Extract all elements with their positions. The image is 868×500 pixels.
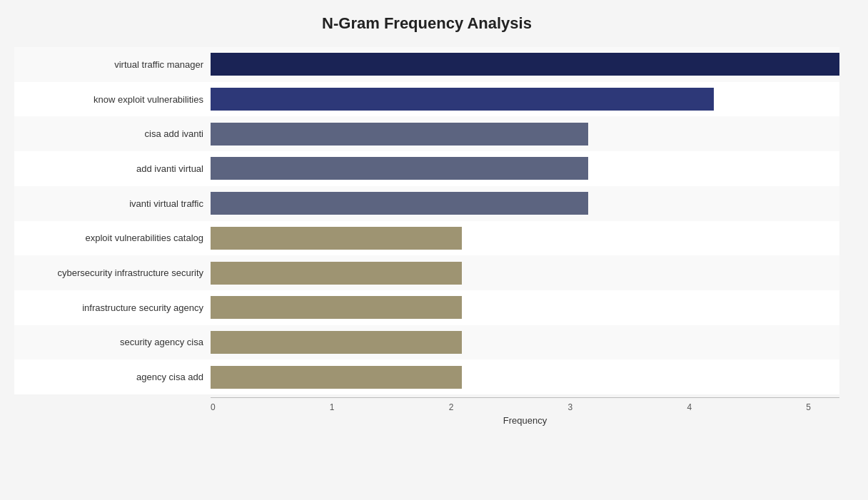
bar-label: infrastructure security agency xyxy=(14,302,211,313)
bar-label: security agency cisa xyxy=(14,337,211,347)
bar-track xyxy=(211,88,839,111)
bar-fill xyxy=(211,331,462,354)
bar-track xyxy=(211,53,839,76)
x-tick: 3 xyxy=(568,402,573,412)
x-tick: 1 xyxy=(330,402,335,412)
bar-track xyxy=(211,123,839,146)
bar-row: exploit vulnerabilities catalog xyxy=(14,221,839,256)
bar-row: ivanti virtual traffic xyxy=(14,186,839,221)
x-tick: 0 xyxy=(211,402,216,412)
bar-row: security agency cisa xyxy=(14,325,839,360)
bar-fill xyxy=(211,192,588,215)
bar-track xyxy=(211,331,839,354)
x-tick: 2 xyxy=(449,402,454,412)
bar-label: agency cisa add xyxy=(14,372,211,382)
x-axis-label: Frequency xyxy=(211,415,839,426)
bar-label: virtual traffic manager xyxy=(14,59,211,70)
bar-row: infrastructure security agency xyxy=(14,290,839,325)
bar-track xyxy=(211,227,839,250)
x-tick: 5 xyxy=(806,402,811,412)
bar-track xyxy=(211,262,839,285)
bar-fill xyxy=(211,296,462,319)
chart-container: N-Gram Frequency Analysis virtual traffi… xyxy=(0,0,868,500)
bar-row: cisa add ivanti xyxy=(14,116,839,151)
bar-track xyxy=(211,366,839,389)
bar-label: know exploit vulnerabilities xyxy=(14,94,211,105)
bar-fill xyxy=(211,53,839,76)
bars-section: virtual traffic managerknow exploit vuln… xyxy=(14,47,839,394)
bar-row: know exploit vulnerabilities xyxy=(14,82,839,117)
bar-label: cybersecurity infrastructure security xyxy=(14,267,211,278)
bar-fill xyxy=(211,123,588,146)
chart-area: virtual traffic managerknow exploit vuln… xyxy=(14,47,839,426)
bar-track xyxy=(211,157,839,180)
bar-track xyxy=(211,296,839,319)
bar-track xyxy=(211,192,839,215)
chart-title: N-Gram Frequency Analysis xyxy=(14,14,839,33)
bar-row: add ivanti virtual xyxy=(14,151,839,186)
bar-row: cybersecurity infrastructure security xyxy=(14,255,839,290)
bar-fill xyxy=(211,227,462,250)
x-tick: 4 xyxy=(687,402,692,412)
bar-label: ivanti virtual traffic xyxy=(14,198,211,209)
x-ticks: 012345 xyxy=(211,402,811,412)
bar-row: agency cisa add xyxy=(14,359,839,394)
bar-label: add ivanti virtual xyxy=(14,163,211,174)
bar-fill xyxy=(211,88,714,111)
bar-label: exploit vulnerabilities catalog xyxy=(14,233,211,243)
bar-row: virtual traffic manager xyxy=(14,47,839,82)
bar-fill xyxy=(211,366,462,389)
bar-fill xyxy=(211,157,588,180)
bar-label: cisa add ivanti xyxy=(14,128,211,139)
bar-fill xyxy=(211,262,462,285)
